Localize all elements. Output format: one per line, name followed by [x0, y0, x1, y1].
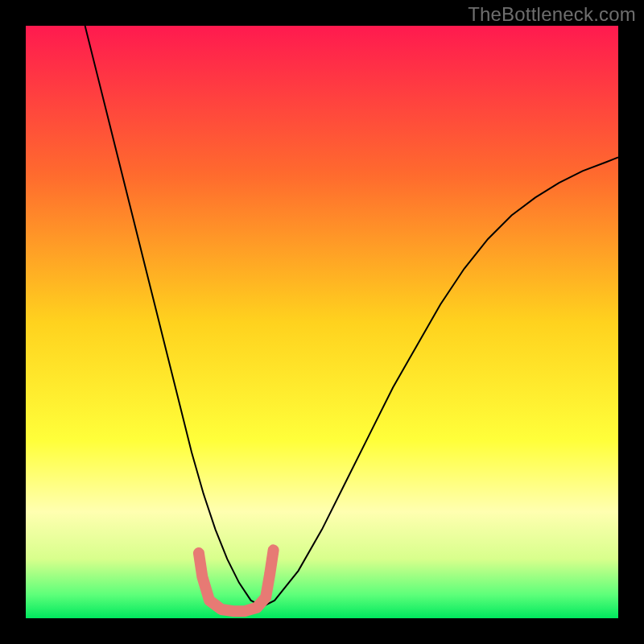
chart-frame: TheBottleneck.com — [0, 0, 644, 644]
watermark-label: TheBottleneck.com — [468, 3, 636, 26]
plot-area — [26, 26, 618, 618]
bottleneck-chart — [26, 26, 618, 618]
